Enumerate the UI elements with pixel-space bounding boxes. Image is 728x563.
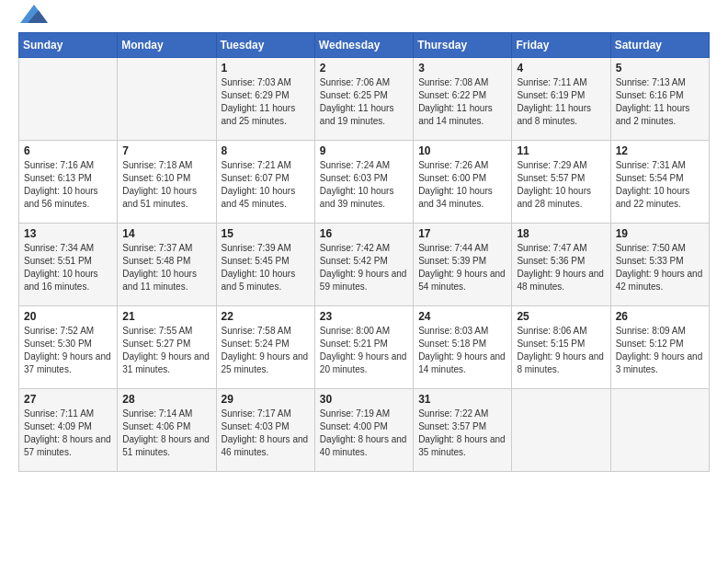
- day-info: Sunrise: 8:06 AMSunset: 5:15 PMDaylight:…: [517, 325, 605, 376]
- day-info: Sunrise: 7:34 AMSunset: 5:51 PMDaylight:…: [24, 242, 112, 293]
- day-number: 18: [517, 227, 605, 240]
- day-info: Sunrise: 7:16 AMSunset: 6:13 PMDaylight:…: [24, 159, 112, 211]
- day-info: Sunrise: 7:08 AMSunset: 6:22 PMDaylight:…: [418, 76, 506, 128]
- calendar-cell: 10Sunrise: 7:26 AMSunset: 6:00 PMDayligh…: [414, 141, 512, 224]
- day-number: 3: [418, 62, 506, 75]
- weekday-header: Friday: [512, 33, 610, 58]
- calendar-cell: 8Sunrise: 7:21 AMSunset: 6:07 PMDaylight…: [216, 141, 314, 224]
- day-number: 15: [222, 227, 310, 240]
- calendar-cell: [118, 58, 216, 141]
- day-info: Sunrise: 7:13 AMSunset: 6:16 PMDaylight:…: [616, 76, 704, 128]
- day-number: 16: [320, 227, 408, 240]
- calendar-cell: 18Sunrise: 7:47 AMSunset: 5:36 PMDayligh…: [512, 224, 610, 306]
- day-number: 14: [122, 227, 210, 240]
- calendar-cell: 26Sunrise: 8:09 AMSunset: 5:12 PMDayligh…: [610, 306, 709, 389]
- day-info: Sunrise: 7:52 AMSunset: 5:30 PMDaylight:…: [24, 325, 112, 376]
- day-info: Sunrise: 7:50 AMSunset: 5:33 PMDaylight:…: [616, 242, 704, 293]
- calendar-cell: 27Sunrise: 7:11 AMSunset: 4:09 PMDayligh…: [19, 389, 118, 472]
- calendar-cell: 22Sunrise: 7:58 AMSunset: 5:24 PMDayligh…: [216, 306, 314, 389]
- day-info: Sunrise: 7:44 AMSunset: 5:39 PMDaylight:…: [418, 242, 506, 293]
- day-number: 30: [320, 393, 408, 406]
- day-number: 6: [24, 144, 112, 157]
- day-number: 25: [517, 310, 605, 323]
- day-number: 11: [517, 144, 605, 157]
- calendar-cell: 29Sunrise: 7:17 AMSunset: 4:03 PMDayligh…: [216, 389, 314, 472]
- day-info: Sunrise: 8:00 AMSunset: 5:21 PMDaylight:…: [320, 325, 408, 376]
- calendar-cell: 31Sunrise: 7:22 AMSunset: 3:57 PMDayligh…: [414, 389, 512, 472]
- day-info: Sunrise: 8:09 AMSunset: 5:12 PMDaylight:…: [616, 325, 704, 376]
- calendar-cell: [19, 58, 118, 141]
- weekday-header: Wednesday: [314, 33, 413, 58]
- calendar-cell: 30Sunrise: 7:19 AMSunset: 4:00 PMDayligh…: [314, 389, 413, 472]
- weekday-header: Saturday: [610, 33, 709, 58]
- weekday-header: Sunday: [19, 33, 118, 58]
- day-info: Sunrise: 7:18 AMSunset: 6:10 PMDaylight:…: [122, 159, 210, 211]
- day-number: 28: [122, 393, 210, 406]
- weekday-header: Tuesday: [216, 33, 314, 58]
- calendar-cell: 12Sunrise: 7:31 AMSunset: 5:54 PMDayligh…: [610, 141, 709, 224]
- calendar-week-row: 27Sunrise: 7:11 AMSunset: 4:09 PMDayligh…: [19, 389, 710, 472]
- day-info: Sunrise: 7:17 AMSunset: 4:03 PMDaylight:…: [222, 408, 310, 459]
- calendar-week-row: 1Sunrise: 7:03 AMSunset: 6:29 PMDaylight…: [19, 58, 710, 141]
- calendar-cell: 13Sunrise: 7:34 AMSunset: 5:51 PMDayligh…: [19, 224, 118, 306]
- calendar-cell: 24Sunrise: 8:03 AMSunset: 5:18 PMDayligh…: [414, 306, 512, 389]
- calendar-cell: [610, 389, 709, 472]
- logo: [18, 18, 48, 23]
- day-number: 23: [320, 310, 408, 323]
- day-info: Sunrise: 8:03 AMSunset: 5:18 PMDaylight:…: [418, 325, 506, 376]
- weekday-header: Monday: [118, 33, 216, 58]
- page-header: [18, 18, 710, 23]
- day-number: 1: [222, 62, 310, 75]
- day-info: Sunrise: 7:21 AMSunset: 6:07 PMDaylight:…: [222, 159, 310, 211]
- calendar-cell: 3Sunrise: 7:08 AMSunset: 6:22 PMDaylight…: [414, 58, 512, 141]
- day-number: 5: [616, 62, 704, 75]
- calendar-cell: 17Sunrise: 7:44 AMSunset: 5:39 PMDayligh…: [414, 224, 512, 306]
- day-info: Sunrise: 7:22 AMSunset: 3:57 PMDaylight:…: [418, 408, 506, 459]
- day-info: Sunrise: 7:14 AMSunset: 4:06 PMDaylight:…: [122, 408, 210, 459]
- calendar-cell: 6Sunrise: 7:16 AMSunset: 6:13 PMDaylight…: [19, 141, 118, 224]
- calendar-cell: 15Sunrise: 7:39 AMSunset: 5:45 PMDayligh…: [216, 224, 314, 306]
- calendar-cell: 11Sunrise: 7:29 AMSunset: 5:57 PMDayligh…: [512, 141, 610, 224]
- calendar-week-row: 6Sunrise: 7:16 AMSunset: 6:13 PMDaylight…: [19, 141, 710, 224]
- day-info: Sunrise: 7:26 AMSunset: 6:00 PMDaylight:…: [418, 159, 506, 211]
- day-number: 24: [418, 310, 506, 323]
- day-info: Sunrise: 7:55 AMSunset: 5:27 PMDaylight:…: [122, 325, 210, 376]
- day-info: Sunrise: 7:58 AMSunset: 5:24 PMDaylight:…: [222, 325, 310, 376]
- calendar-cell: 16Sunrise: 7:42 AMSunset: 5:42 PMDayligh…: [314, 224, 413, 306]
- calendar-cell: 20Sunrise: 7:52 AMSunset: 5:30 PMDayligh…: [19, 306, 118, 389]
- day-info: Sunrise: 7:06 AMSunset: 6:25 PMDaylight:…: [320, 76, 408, 128]
- day-info: Sunrise: 7:47 AMSunset: 5:36 PMDaylight:…: [517, 242, 605, 293]
- day-info: Sunrise: 7:31 AMSunset: 5:54 PMDaylight:…: [616, 159, 704, 211]
- calendar-cell: 2Sunrise: 7:06 AMSunset: 6:25 PMDaylight…: [314, 58, 413, 141]
- weekday-row: SundayMondayTuesdayWednesdayThursdayFrid…: [19, 33, 710, 58]
- calendar-cell: 7Sunrise: 7:18 AMSunset: 6:10 PMDaylight…: [118, 141, 216, 224]
- calendar-cell: 19Sunrise: 7:50 AMSunset: 5:33 PMDayligh…: [610, 224, 709, 306]
- calendar-cell: 28Sunrise: 7:14 AMSunset: 4:06 PMDayligh…: [118, 389, 216, 472]
- day-info: Sunrise: 7:24 AMSunset: 6:03 PMDaylight:…: [320, 159, 408, 211]
- day-number: 13: [24, 227, 112, 240]
- day-number: 21: [122, 310, 210, 323]
- calendar-cell: 5Sunrise: 7:13 AMSunset: 6:16 PMDaylight…: [610, 58, 709, 141]
- calendar-cell: 21Sunrise: 7:55 AMSunset: 5:27 PMDayligh…: [118, 306, 216, 389]
- calendar-cell: 9Sunrise: 7:24 AMSunset: 6:03 PMDaylight…: [314, 141, 413, 224]
- day-number: 4: [517, 62, 605, 75]
- day-number: 2: [320, 62, 408, 75]
- calendar-week-row: 20Sunrise: 7:52 AMSunset: 5:30 PMDayligh…: [19, 306, 710, 389]
- day-number: 9: [320, 144, 408, 157]
- day-number: 29: [222, 393, 310, 406]
- day-number: 10: [418, 144, 506, 157]
- calendar-body: 1Sunrise: 7:03 AMSunset: 6:29 PMDaylight…: [19, 58, 710, 472]
- day-number: 31: [418, 393, 506, 406]
- day-number: 8: [222, 144, 310, 157]
- day-number: 12: [616, 144, 704, 157]
- day-number: 26: [616, 310, 704, 323]
- day-number: 27: [24, 393, 112, 406]
- day-info: Sunrise: 7:29 AMSunset: 5:57 PMDaylight:…: [517, 159, 605, 211]
- day-info: Sunrise: 7:11 AMSunset: 4:09 PMDaylight:…: [24, 408, 112, 459]
- day-info: Sunrise: 7:42 AMSunset: 5:42 PMDaylight:…: [320, 242, 408, 293]
- day-info: Sunrise: 7:11 AMSunset: 6:19 PMDaylight:…: [517, 76, 605, 128]
- calendar-cell: 23Sunrise: 8:00 AMSunset: 5:21 PMDayligh…: [314, 306, 413, 389]
- calendar-header: SundayMondayTuesdayWednesdayThursdayFrid…: [19, 33, 710, 58]
- day-info: Sunrise: 7:37 AMSunset: 5:48 PMDaylight:…: [122, 242, 210, 293]
- calendar-cell: 4Sunrise: 7:11 AMSunset: 6:19 PMDaylight…: [512, 58, 610, 141]
